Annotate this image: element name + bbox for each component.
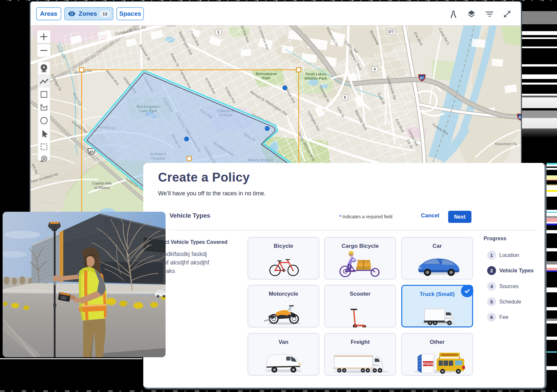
svg-text:5: 5 <box>217 30 219 34</box>
svg-text:Park: Park <box>262 76 271 80</box>
svg-text:Tivoli Lakes: Tivoli Lakes <box>305 72 327 76</box>
svg-text:Wildlife Park: Wildlife Park <box>305 76 328 80</box>
svg-text:377: 377 <box>388 30 394 34</box>
svg-text:Swineburne: Swineburne <box>255 72 277 76</box>
svg-text:87: 87 <box>420 76 424 80</box>
svg-text:Rosemont Pa: Rosemont Pa <box>495 142 517 146</box>
svg-text:87: 87 <box>90 150 93 154</box>
svg-text:9: 9 <box>374 67 376 71</box>
svg-text:Capital Hills: Capital Hills <box>92 181 112 185</box>
svg-text:90: 90 <box>519 115 521 119</box>
svg-text:at Albany: at Albany <box>94 186 110 189</box>
svg-text:9: 9 <box>344 95 346 99</box>
svg-text:FOOD TRUCK: FOOD TRUCK <box>443 354 457 356</box>
svg-text:PODS: PODS <box>423 362 433 366</box>
